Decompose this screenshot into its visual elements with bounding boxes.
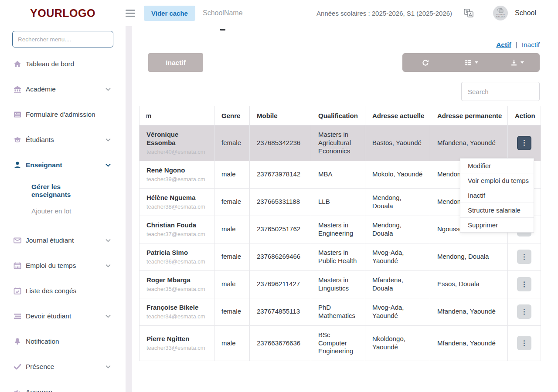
translate-icon[interactable] bbox=[463, 8, 474, 18]
hamburger-menu-icon[interactable] bbox=[126, 8, 135, 19]
table-search-input[interactable] bbox=[461, 82, 540, 101]
clear-cache-button[interactable]: Vider cache bbox=[144, 6, 195, 21]
academic-session-label: Années scolaires : 2025-2026, S1 (2025-2… bbox=[316, 10, 452, 17]
col-header-adresse-permanente[interactable]: Adresse permanente bbox=[430, 106, 508, 125]
teacher-current-address: Mvog-Ada, Yaoundé bbox=[365, 243, 430, 270]
table-row: Pierre Ngitten teacher33@esmata.cm male … bbox=[140, 325, 541, 361]
row-actions-button[interactable]: ⋮ bbox=[517, 304, 531, 319]
caret-down-icon bbox=[475, 61, 478, 64]
teacher-gender: male bbox=[214, 325, 250, 361]
teacher-permanent-address: Mendong, Douala bbox=[430, 243, 508, 270]
row-actions-button[interactable]: ⋮ bbox=[517, 136, 531, 150]
main-content: Actif | Inactif Inactif bbox=[132, 26, 558, 392]
megaphone-icon bbox=[13, 388, 22, 392]
sidebar-item-admission-form[interactable]: Formulaire d'admission bbox=[0, 102, 126, 127]
sidebar-item-journal-etudiant[interactable]: Journal étudiant bbox=[0, 228, 126, 253]
refresh-button[interactable] bbox=[402, 53, 448, 72]
menu-item-modifier[interactable]: Modifier bbox=[460, 159, 534, 173]
topbar: YOURLOGO Vider cache SchoolName Années s… bbox=[0, 0, 558, 26]
teacher-name: Hélène Nguema bbox=[146, 194, 207, 202]
export-button[interactable] bbox=[494, 53, 540, 72]
teacher-name: René Ngono bbox=[146, 166, 207, 175]
app-logo: YOURLOGO bbox=[30, 7, 95, 20]
user-icon bbox=[13, 161, 22, 169]
teacher-permanent-address: Mfandena, Yaoundé bbox=[430, 298, 508, 325]
columns-list-icon bbox=[464, 59, 472, 67]
row-actions-button[interactable]: ⋮ bbox=[517, 336, 531, 350]
sidebar-item-enseignant[interactable]: Enseignant bbox=[0, 152, 126, 178]
teacher-gender: female bbox=[214, 298, 250, 325]
teacher-qualification: Masters in Agricultural Economics bbox=[311, 125, 365, 161]
col-header-qualification[interactable]: Qualification bbox=[311, 106, 365, 125]
table-row: Françoise Bikele teacher34@esmata.cm fem… bbox=[140, 298, 541, 325]
teacher-mobile: 237673978142 bbox=[250, 161, 311, 188]
menu-item-supprimer[interactable]: Supprimer bbox=[460, 217, 534, 232]
chevron-down-icon bbox=[105, 138, 111, 142]
sidebar-item-annonce[interactable]: Annonce bbox=[0, 379, 126, 392]
refresh-icon bbox=[422, 59, 429, 67]
sidebar-item-devoir-etudiant[interactable]: Devoir étudiant bbox=[0, 304, 126, 329]
col-header-genre[interactable]: Genre bbox=[214, 106, 250, 125]
sidebar-item-presence[interactable]: Présence bbox=[0, 354, 126, 379]
row-actions-button[interactable]: ⋮ bbox=[517, 250, 531, 264]
teacher-mobile: 237696211427 bbox=[250, 270, 311, 298]
sidebar-item-emploi-du-temps[interactable]: Emploi du temps bbox=[0, 253, 126, 278]
teacher-qualification: LLB bbox=[311, 188, 365, 216]
teacher-mobile: 237685342236 bbox=[250, 125, 311, 161]
menu-item-voir-emploi-du-temps[interactable]: Voir emploi du temps bbox=[460, 173, 534, 188]
profile-name[interactable]: School bbox=[515, 9, 536, 17]
teacher-name: Roger Mbarga bbox=[146, 276, 207, 284]
teacher-permanent-address: Mfandena, Yaoundé bbox=[430, 325, 508, 361]
bank-icon bbox=[13, 85, 22, 94]
col-header-action: Action bbox=[508, 106, 541, 125]
col-header-nom[interactable]: Nom bbox=[140, 106, 214, 125]
no-image-icon bbox=[497, 8, 504, 14]
filter-separator: | bbox=[516, 41, 517, 49]
teacher-qualification: PhD Mathematics bbox=[311, 298, 365, 325]
teacher-qualification: Masters in Public Health bbox=[311, 243, 365, 270]
col-header-mobile[interactable]: Mobile bbox=[250, 106, 311, 125]
calendar-check-icon bbox=[13, 287, 22, 295]
col-header-adresse-actuelle[interactable]: Adresse actuelle bbox=[365, 106, 430, 125]
form-icon bbox=[13, 110, 22, 119]
status-filter: Actif | Inactif bbox=[148, 41, 540, 49]
sidebar-subitem-ajouter-en-lot[interactable]: Ajouter en lot bbox=[31, 207, 97, 215]
sidebar-item-academie[interactable]: Académie bbox=[0, 77, 126, 102]
filter-actif-link[interactable]: Actif bbox=[496, 41, 511, 49]
menu-item-structure-salariale[interactable]: Structure salariale bbox=[460, 203, 534, 217]
calendar-icon bbox=[13, 261, 22, 270]
list-icon bbox=[13, 312, 22, 321]
teacher-qualification: Masters in Linguistics bbox=[311, 270, 365, 298]
teacher-email: teacher34@esmata.cm bbox=[146, 313, 207, 320]
sidebar-item-notification[interactable]: Notification bbox=[0, 329, 126, 354]
teacher-email: teacher37@esmata.cm bbox=[146, 231, 207, 238]
row-actions-button[interactable]: ⋮ bbox=[517, 277, 531, 291]
sidebar-item-liste-des-conges[interactable]: Liste des congés bbox=[0, 278, 126, 304]
teacher-permanent-address: Essos, Douala bbox=[430, 270, 508, 298]
check-icon bbox=[13, 362, 22, 371]
table-row: Véronique Essomba teacher40@esmata.cm fe… bbox=[140, 125, 541, 161]
sidebar-item-etudiants[interactable]: Étudiants bbox=[0, 127, 126, 152]
sidebar-scrollbar-track[interactable] bbox=[126, 26, 132, 392]
avatar-placeholder-text: NO IMAGE AVAILABLE bbox=[493, 14, 508, 18]
teacher-name: Pierre Ngitten bbox=[146, 335, 207, 343]
avatar[interactable]: NO IMAGE AVAILABLE bbox=[493, 6, 508, 20]
sidebar-subitem-gerer-enseignants[interactable]: Gérer les enseignants bbox=[31, 183, 97, 199]
teacher-email: teacher33@esmata.cm bbox=[146, 345, 207, 351]
menu-item-inactif[interactable]: Inactif bbox=[460, 188, 534, 203]
table-toolbar bbox=[402, 53, 540, 72]
school-name-label: SchoolName bbox=[203, 9, 243, 17]
bulk-inactif-button[interactable]: Inactif bbox=[148, 53, 203, 72]
actions-row: Inactif bbox=[148, 53, 540, 72]
filter-inactif-link[interactable]: Inactif bbox=[522, 41, 540, 49]
teacher-email: teacher35@esmata.cm bbox=[146, 286, 207, 293]
sidebar-item-dashboard[interactable]: Tableau de bord bbox=[0, 51, 126, 77]
columns-button[interactable] bbox=[448, 53, 494, 72]
teacher-current-address: Mokolo, Yaoundé bbox=[365, 161, 430, 188]
table-header-row: Nom Genre Mobile Qualification Adresse a… bbox=[140, 106, 541, 125]
sidebar-nav: Tableau de bord Académie Formulaire d'ad… bbox=[0, 51, 126, 392]
teacher-qualification: MBA bbox=[311, 161, 365, 188]
teacher-email: teacher39@esmata.cm bbox=[146, 176, 207, 183]
menu-search-input[interactable] bbox=[12, 31, 113, 47]
logo-zone: YOURLOGO bbox=[0, 7, 126, 20]
